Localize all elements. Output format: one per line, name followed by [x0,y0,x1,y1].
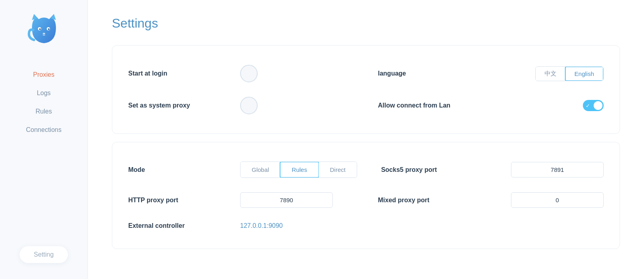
ext-controller-label: External controller [128,222,216,229]
mode-btn-rules[interactable]: Rules [280,161,319,178]
system-proxy-col: Set as system proxy ✓ [128,97,354,114]
allow-connect-label: Allow connect from Lan [378,102,466,109]
sidebar-item-proxies[interactable]: Proxies [0,66,87,84]
settings-row-proxy-lan: Set as system proxy ✓ Allow connect from… [128,90,604,122]
system-proxy-label: Set as system proxy [128,102,216,109]
sidebar-item-rules[interactable]: Rules [0,102,87,121]
svg-point-4 [39,28,41,30]
sidebar-item-setting[interactable]: Setting [20,246,68,263]
logo-container [26,12,62,50]
settings-row-mode-socks5: Mode Global Rules Direct Socks5 proxy po… [128,154,604,185]
mode-group: Global Rules Direct [240,161,357,178]
mode-label: Mode [128,166,216,173]
language-col: language 中文 English [354,66,604,81]
cat-logo-icon [26,12,62,48]
start-at-login-toggle[interactable]: ✓ [240,65,258,82]
http-port-label: HTTP proxy port [128,197,216,204]
allow-connect-col: Allow connect from Lan ✓ [354,100,604,111]
settings-card-1: Start at login ✓ language 中文 English Set… [112,45,620,134]
ext-controller-link[interactable]: 127.0.0.1:9090 [240,222,283,229]
mode-col: Mode Global Rules Direct [128,161,357,178]
start-at-login-col: Start at login ✓ [128,65,354,82]
system-proxy-toggle[interactable]: ✓ [240,97,258,114]
sidebar-item-connections[interactable]: Connections [0,121,87,139]
settings-row-external-controller: External controller 127.0.0.1:9090 [128,215,604,237]
allow-connect-toggle[interactable]: ✓ [583,100,604,111]
ext-controller-col: External controller 127.0.0.1:9090 [128,222,604,229]
settings-row-http-mixed: HTTP proxy port Mixed proxy port [128,185,604,215]
svg-point-6 [43,33,45,34]
sidebar-item-logs[interactable]: Logs [0,84,87,102]
toggle-knob [594,101,602,110]
page-title: Settings [112,16,620,31]
settings-row-login-language: Start at login ✓ language 中文 English [128,58,604,90]
http-port-col: HTTP proxy port [128,192,354,208]
mode-btn-direct[interactable]: Direct [319,162,357,177]
main-content: Settings Start at login ✓ language 中文 En… [88,0,644,279]
lan-toggle-check-icon: ✓ [586,103,590,109]
lang-btn-chinese[interactable]: 中文 [536,67,565,81]
socks5-port-input[interactable] [511,162,604,177]
lang-btn-english[interactable]: English [565,66,604,81]
svg-point-5 [48,28,50,30]
http-port-input[interactable] [240,192,333,208]
socks5-port-label: Socks5 proxy port [381,166,469,173]
settings-card-2: Mode Global Rules Direct Socks5 proxy po… [112,142,620,249]
socks5-port-col: Socks5 proxy port [357,162,604,177]
mixed-port-input[interactable] [511,192,604,208]
sidebar-bottom: Setting [20,242,68,263]
nav-group: Proxies Logs Rules Connections [0,66,87,139]
mixed-port-label: Mixed proxy port [378,197,466,204]
language-label: language [378,70,466,77]
mode-btn-global[interactable]: Global [241,162,280,177]
language-group: 中文 English [535,66,604,81]
mixed-port-col: Mixed proxy port [354,192,604,208]
start-at-login-label: Start at login [128,70,216,77]
sidebar: Proxies Logs Rules Connections Setting [0,0,88,279]
